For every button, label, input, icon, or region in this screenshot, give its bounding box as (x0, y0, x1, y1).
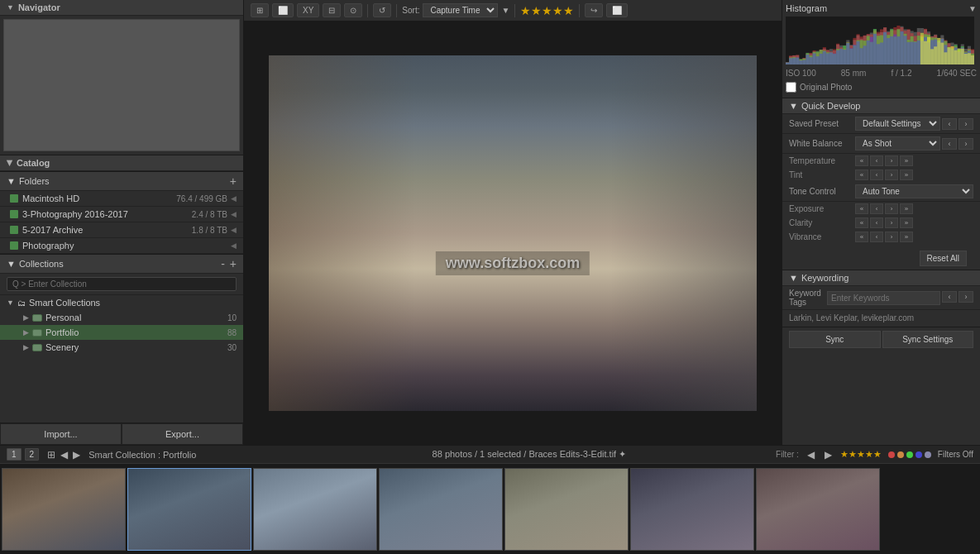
navigator-header[interactable]: ▼ Navigator (0, 0, 243, 16)
collection-search-input[interactable] (7, 277, 237, 291)
folder-name-photography2016: 3-Photography 2016-2017 (22, 209, 192, 219)
temp-btn-2[interactable]: ‹ (870, 155, 883, 166)
keywording-label: Keywording (801, 273, 849, 283)
exp-btn-1[interactable]: « (855, 203, 868, 214)
clar-btn-2[interactable]: ‹ (870, 217, 883, 228)
collections-header[interactable]: ▼ Collections - + (0, 255, 243, 274)
saved-preset-select[interactable]: Default Settings Custom (855, 117, 940, 131)
sort-select[interactable]: Capture Time Added Order Edit Time File … (423, 3, 498, 17)
survey-view-button[interactable]: ⊟ (323, 3, 341, 17)
folder-item-archive2017[interactable]: 5-2017 Archive 1.8 / 8 TB ◀ (0, 222, 243, 238)
wb-left-btn[interactable]: ‹ (942, 138, 957, 150)
nav-forward-button[interactable]: ▶ (71, 449, 82, 461)
folder-item-macintosh[interactable]: Macintosh HD 76.4 / 499 GB ◀ (0, 191, 243, 207)
vib-btn-4[interactable]: » (900, 232, 913, 242)
tone-control-control: Auto Tone (855, 184, 973, 198)
reset-all-button[interactable]: Reset All (920, 251, 967, 266)
catalog-header[interactable]: ▶ Catalog (0, 155, 243, 171)
collections-left: ▼ Collections (7, 259, 64, 269)
folder-arrow-macintosh: ◀ (231, 194, 237, 203)
loupe-view-button[interactable]: ⬜ (272, 3, 294, 17)
vib-btn-3[interactable]: › (885, 232, 898, 242)
film-thumb-4[interactable] (379, 468, 503, 551)
film-placeholder-7 (757, 469, 879, 550)
quick-develop-label: Quick Develop (801, 101, 861, 111)
flag-button[interactable]: ⬜ (606, 3, 628, 17)
sync-button[interactable]: ↺ (373, 3, 391, 17)
folder-item-photography2016[interactable]: 3-Photography 2016-2017 2.4 / 8 TB ◀ (0, 207, 243, 222)
collection-info: Smart Collection : Portfolio (88, 450, 425, 460)
saved-preset-control: Default Settings Custom ‹ › (855, 117, 973, 131)
original-photo-checkbox[interactable] (786, 82, 796, 93)
tint-btn-2[interactable]: ‹ (870, 170, 883, 180)
clar-btn-3[interactable]: › (885, 217, 898, 228)
collection-item-scenery[interactable]: ▶ Scenery 30 (0, 340, 243, 355)
keywording-header[interactable]: ▼ Keywording (782, 270, 980, 286)
xy-view-button[interactable]: XY (297, 3, 319, 17)
scenery-label: Scenery (45, 342, 79, 352)
status-tab-2[interactable]: 2 (25, 448, 40, 461)
clar-btn-4[interactable]: » (900, 217, 913, 228)
sync-button[interactable]: Sync (789, 331, 881, 348)
collection-item-personal[interactable]: ▶ Personal 10 (0, 310, 243, 325)
portfolio-triangle: ▶ (23, 328, 29, 337)
catalog-section: ▶ Catalog (0, 155, 243, 172)
rotate-button[interactable]: ↪ (585, 3, 603, 17)
kw-right-btn[interactable]: › (958, 291, 973, 303)
film-thumb-5[interactable] (504, 468, 629, 551)
tint-btn-4[interactable]: » (900, 170, 913, 180)
histogram-expand[interactable]: ▼ (968, 4, 977, 13)
folders-header[interactable]: ▼ Folders + (0, 172, 243, 191)
dot-green (906, 451, 913, 458)
scenery-triangle: ▶ (23, 343, 29, 351)
exp-btn-4[interactable]: » (900, 203, 913, 214)
vib-btn-1[interactable]: « (855, 232, 868, 242)
temp-btn-3[interactable]: › (885, 155, 898, 166)
white-balance-row: White Balance As Shot Auto Daylight Clou… (782, 134, 980, 154)
folders-add-button[interactable]: + (230, 174, 237, 188)
keyword-tags-input[interactable] (827, 291, 940, 305)
status-dots (888, 451, 931, 458)
nav-back-button[interactable]: ◀ (59, 449, 69, 461)
film-thumb-2[interactable] (127, 468, 251, 551)
collection-item-portfolio[interactable]: ▶ Portfolio 88 (0, 325, 243, 340)
import-button[interactable]: Import... (0, 423, 122, 445)
folder-item-photography[interactable]: Photography ◀ (0, 238, 243, 254)
sort-label: Sort: (402, 6, 419, 15)
grid-view-button[interactable]: ⊞ (251, 3, 269, 17)
exp-btn-3[interactable]: › (885, 203, 898, 214)
tint-btn-1[interactable]: « (855, 170, 868, 180)
circle-view-button[interactable]: ⊙ (344, 3, 362, 17)
exp-btn-2[interactable]: ‹ (870, 203, 883, 214)
white-balance-select[interactable]: As Shot Auto Daylight Cloudy (855, 136, 940, 150)
sync-settings-button[interactable]: Sync Settings (882, 331, 974, 348)
catalog-triangle: ▶ (6, 160, 14, 166)
panel-bottom-buttons: Import... Export... (0, 423, 243, 445)
temp-btn-1[interactable]: « (855, 155, 868, 166)
nav-grid-button[interactable]: ⊞ (45, 449, 57, 461)
vibrance-label: Vibrance (789, 232, 855, 241)
film-thumb-1[interactable] (2, 468, 126, 551)
film-thumb-3[interactable] (253, 468, 377, 551)
temp-btn-4[interactable]: » (900, 155, 913, 166)
wb-right-btn[interactable]: › (958, 138, 973, 150)
vib-btn-2[interactable]: ‹ (870, 232, 883, 242)
saved-preset-left-btn[interactable]: ‹ (942, 118, 957, 130)
status-tab-1[interactable]: 1 (7, 448, 22, 461)
kw-left-btn[interactable]: ‹ (942, 291, 957, 303)
star-rating: ★★★★★ (520, 4, 574, 17)
saved-preset-right-btn[interactable]: › (958, 118, 973, 130)
tone-control-select[interactable]: Auto Tone (855, 184, 973, 198)
collections-minus-button[interactable]: - (221, 257, 225, 270)
film-thumb-7[interactable] (756, 468, 880, 551)
smart-collections-header[interactable]: ▼ 🗂 Smart Collections (0, 295, 243, 310)
film-thumb-6[interactable] (630, 468, 754, 551)
toolbar-sep2 (396, 4, 397, 17)
filter-back-btn[interactable]: ◀ (806, 449, 816, 461)
collections-add-button[interactable]: + (230, 257, 237, 270)
filter-forward-btn[interactable]: ▶ (823, 449, 834, 461)
export-button[interactable]: Export... (122, 423, 243, 445)
clar-btn-1[interactable]: « (855, 217, 868, 228)
tint-btn-3[interactable]: › (885, 170, 898, 180)
quick-develop-header[interactable]: ▼ Quick Develop (782, 98, 980, 114)
